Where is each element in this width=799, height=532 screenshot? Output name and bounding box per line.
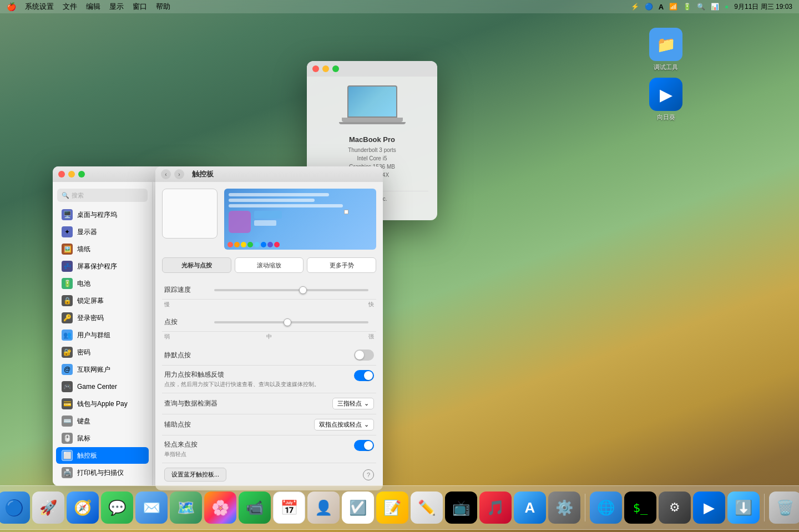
- dock-item-music[interactable]: 🎵: [479, 492, 512, 524]
- lookup-chevron-icon: ⌄: [364, 400, 369, 407]
- sidebar-item-users-groups[interactable]: 👥 用户与群组: [56, 327, 149, 343]
- music-icon: 🎵: [487, 499, 504, 516]
- bluetooth-trackpad-btn[interactable]: 设置蓝牙触控板...: [164, 468, 226, 482]
- dock-item-downie[interactable]: ⬇️: [727, 492, 760, 524]
- tools-icon: 📁: [649, 28, 682, 61]
- dock-item-safari[interactable]: 🧭: [67, 492, 99, 524]
- sidebar-item-screensaver[interactable]: 💤 屏幕保护程序: [56, 258, 149, 275]
- preview-line-1: [229, 193, 329, 196]
- about-close-btn[interactable]: [312, 65, 319, 72]
- adobe-icon: ⚙: [669, 500, 680, 515]
- white-line: [254, 220, 276, 226]
- menu-system-prefs[interactable]: 系统设置: [25, 2, 54, 12]
- dock-item-contacts[interactable]: 👤: [307, 492, 340, 524]
- trackpad-window-title: 触控板: [192, 169, 214, 179]
- menubar-search[interactable]: 🔍: [697, 3, 705, 11]
- search-box[interactable]: 🔍 搜索: [57, 189, 148, 202]
- sidebar-label-password: 密码: [77, 348, 90, 357]
- sidebar-item-lock-screen[interactable]: 🔒 锁定屏幕: [56, 292, 149, 309]
- apple-menu[interactable]: 🍎: [7, 2, 16, 11]
- photos-icon: 🌸: [211, 499, 229, 516]
- dock-item-appstore[interactable]: A: [514, 492, 546, 524]
- dock-item-messages[interactable]: 💬: [101, 492, 133, 524]
- dock-item-finder2[interactable]: 🌐: [590, 492, 622, 524]
- tab-more-gestures[interactable]: 更多手势: [307, 257, 376, 273]
- preview-screen: [224, 189, 376, 250]
- dock-item-sysprefs[interactable]: ⚙️: [548, 492, 580, 524]
- dock-item-notes[interactable]: 📝: [376, 492, 408, 524]
- tracking-speed-thumb[interactable]: [299, 286, 307, 294]
- secondary-click-select[interactable]: 双指点按或轻点 ⌄: [314, 419, 374, 430]
- blue-block: [254, 211, 282, 219]
- menu-edit[interactable]: 编辑: [86, 2, 100, 12]
- sidebar-label-wallpaper: 墙纸: [77, 245, 90, 254]
- tracking-speed-slider[interactable]: [214, 289, 368, 291]
- dock-item-adobe[interactable]: ⚙: [659, 492, 691, 524]
- menubar-left: 🍎 系统设置 文件 编辑 显示 窗口 帮助: [7, 2, 170, 12]
- silent-click-toggle[interactable]: [354, 349, 374, 361]
- sidebar-item-mouse[interactable]: 🖱️ 鼠标: [56, 430, 149, 447]
- nav-back-btn[interactable]: ‹: [161, 169, 171, 179]
- search-placeholder: 搜索: [72, 191, 84, 200]
- dock-item-appletv[interactable]: 📺: [445, 492, 477, 524]
- click-weak-label: 弱: [164, 333, 170, 341]
- desktop-icon-xiangrikui[interactable]: ▶ 向日葵: [644, 78, 688, 121]
- lookup-label: 查询与数据检测器: [164, 399, 218, 408]
- menu-display[interactable]: 显示: [109, 2, 124, 12]
- dock-item-mail[interactable]: ✉️: [135, 492, 168, 524]
- help-btn[interactable]: ?: [363, 469, 374, 480]
- dock-item-reminders[interactable]: ☑️: [342, 492, 374, 524]
- syspref-minimize-btn[interactable]: [68, 171, 75, 178]
- sidebar-item-display[interactable]: ✦ 显示器: [56, 224, 149, 240]
- sidebar-item-login-password[interactable]: 🔑 登录密码: [56, 310, 149, 326]
- sidebar-item-wallpaper[interactable]: 🖼️ 墙纸: [56, 241, 149, 257]
- tab-scroll-zoom[interactable]: 滚动缩放: [235, 257, 304, 273]
- syspref-close-btn[interactable]: [58, 171, 65, 178]
- sidebar-item-desktop-programs[interactable]: 🖥️ 桌面与程序坞: [56, 206, 149, 223]
- sidebar-item-keyboard[interactable]: ⌨️ 键盘: [56, 413, 149, 429]
- sidebar-label-keyboard: 键盘: [77, 417, 90, 426]
- tap-click-toggle[interactable]: [354, 440, 374, 451]
- lookup-select[interactable]: 三指轻点 ⌄: [332, 398, 374, 409]
- purple-block: [229, 211, 251, 233]
- tab-cursor-click[interactable]: 光标与点按: [162, 257, 231, 273]
- trackpad-icon: ⬜: [62, 450, 73, 461]
- desktop-icon-tools[interactable]: 📁 调试工具: [644, 28, 688, 72]
- dock-item-calendar[interactable]: 📅: [273, 492, 305, 524]
- click-thumb[interactable]: [284, 318, 291, 326]
- dock-item-terminal[interactable]: $_: [624, 492, 656, 524]
- click-slider[interactable]: [214, 321, 368, 323]
- dock-item-facetime[interactable]: 📹: [239, 492, 271, 524]
- menu-window[interactable]: 窗口: [133, 2, 147, 12]
- menu-help[interactable]: 帮助: [156, 2, 170, 12]
- sidebar-item-game-center[interactable]: 🎮 Game Center: [56, 378, 149, 395]
- dock-item-xiangri[interactable]: ▶: [693, 492, 725, 524]
- syspref-maximize-btn[interactable]: [78, 171, 85, 178]
- about-minimize-btn[interactable]: [322, 65, 329, 72]
- dock-item-trash[interactable]: 🗑️: [769, 492, 799, 524]
- sidebar-label-trackpad: 触控板: [77, 451, 97, 460]
- login-password-icon: 🔑: [62, 312, 73, 323]
- sidebar-item-battery[interactable]: 🔋 电池: [56, 275, 149, 292]
- keyboard-icon: ⌨️: [62, 416, 73, 427]
- sidebar-item-trackpad[interactable]: ⬜ 触控板: [56, 447, 149, 464]
- menu-file[interactable]: 文件: [63, 2, 77, 12]
- dock-item-maps[interactable]: 🗺️: [170, 492, 202, 524]
- dock-item-launchpad[interactable]: 🚀: [32, 492, 64, 524]
- sidebar-item-password[interactable]: 🔐 密码: [56, 344, 149, 361]
- tap-click-row: 轻点来点按 单指轻点: [162, 435, 376, 463]
- tools-icon-label: 调试工具: [644, 63, 688, 72]
- dock-item-photos[interactable]: 🌸: [204, 492, 236, 524]
- dock-item-finder[interactable]: 🔵: [0, 492, 30, 524]
- sidebar-item-internet[interactable]: @ 互联网账户: [56, 361, 149, 378]
- nav-forward-btn[interactable]: ›: [174, 169, 184, 179]
- force-touch-toggle[interactable]: [354, 370, 374, 381]
- about-maximize-btn[interactable]: [332, 65, 339, 72]
- sidebar-item-printer[interactable]: 🖨️ 打印机与扫描仪: [56, 464, 149, 481]
- color-dot-orange: [234, 242, 240, 247]
- tabs-bar: 光标与点按 滚动缩放 更多手势: [162, 257, 376, 273]
- cursor-dot: [344, 210, 348, 214]
- dock-item-freeform[interactable]: ✏️: [411, 492, 443, 524]
- click-row: 点按: [162, 313, 376, 332]
- sidebar-item-wallet[interactable]: 💳 钱包与Apple Pay: [56, 396, 149, 412]
